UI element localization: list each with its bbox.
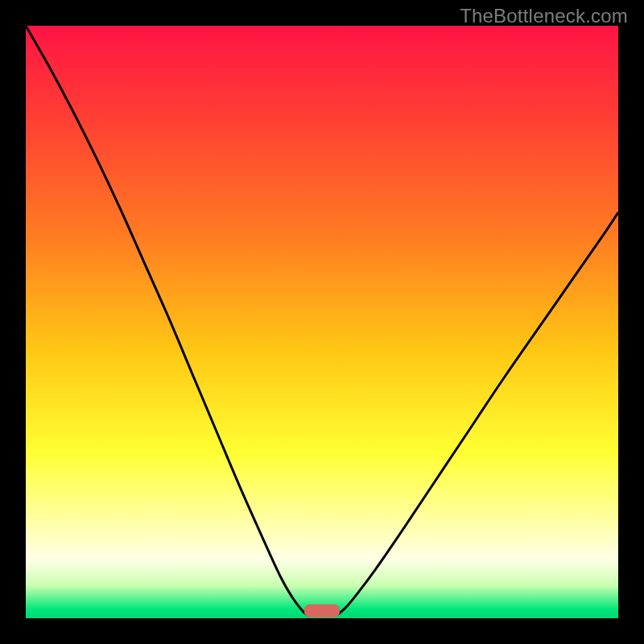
chart-frame: TheBottleneck.com <box>0 0 644 644</box>
gradient-background <box>26 26 618 618</box>
valley-marker <box>304 605 340 617</box>
watermark-text: TheBottleneck.com <box>460 5 628 27</box>
chart-svg <box>26 26 618 618</box>
plot-area <box>26 26 618 618</box>
